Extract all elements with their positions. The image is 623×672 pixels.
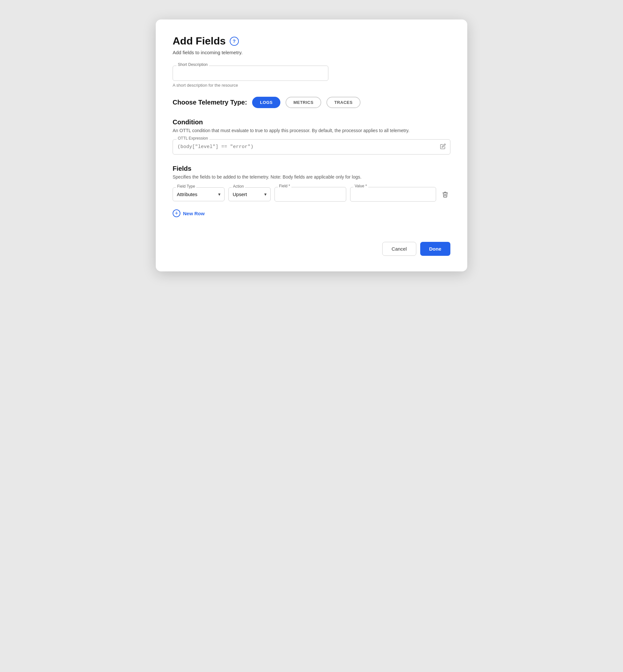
short-description-label: Short Description — [177, 62, 209, 67]
condition-description: An OTTL condition that must evaluate to … — [173, 127, 450, 134]
new-row-plus-icon: + — [173, 209, 180, 217]
value-input-wrapper: Value * — [350, 187, 436, 202]
new-row-label: New Row — [183, 211, 205, 216]
condition-section: Condition An OTTL condition that must ev… — [173, 118, 450, 155]
dialog-header: Add Fields ? — [173, 35, 450, 47]
field-input-label: Field * — [278, 184, 291, 188]
fields-section: Fields Specifies the fields to be added … — [173, 165, 450, 219]
field-type-label: Field Type — [176, 184, 196, 189]
field-text-input[interactable] — [274, 187, 346, 202]
field-input-wrapper: Field * — [274, 187, 346, 202]
help-icon[interactable]: ? — [230, 37, 239, 46]
fields-row: Field Type Attributes Resource Body ▼ Ac… — [173, 187, 450, 202]
telemetry-type-label: Choose Telemetry Type: — [173, 99, 247, 106]
delete-row-button[interactable] — [440, 189, 450, 200]
ottl-expression-input[interactable] — [173, 139, 450, 155]
add-fields-dialog: Add Fields ? Add fields to incoming tele… — [156, 20, 467, 271]
dialog-subtitle: Add fields to incoming telemetry. — [173, 50, 450, 55]
done-button[interactable]: Done — [420, 242, 451, 256]
telemetry-logs-button[interactable]: LOGS — [252, 97, 280, 108]
action-label: Action — [232, 184, 245, 189]
dialog-title: Add Fields — [173, 35, 226, 47]
telemetry-metrics-button[interactable]: METRICS — [286, 97, 321, 108]
telemetry-type-row: Choose Telemetry Type: LOGS METRICS TRAC… — [173, 97, 450, 108]
short-description-group: Short Description — [173, 65, 450, 81]
fields-heading: Fields — [173, 165, 450, 172]
value-text-input[interactable] — [350, 187, 436, 202]
cancel-button[interactable]: Cancel — [382, 242, 416, 256]
fields-description: Specifies the fields to be added to the … — [173, 174, 450, 180]
action-wrapper: Action Upsert Insert Update Delete ▼ — [229, 187, 271, 201]
short-description-input[interactable] — [173, 65, 328, 81]
ottl-expression-group: OTTL Expression — [173, 139, 450, 155]
condition-heading: Condition — [173, 118, 450, 126]
dialog-footer: Cancel Done — [173, 234, 450, 256]
telemetry-traces-button[interactable]: TRACES — [326, 97, 360, 108]
value-input-label: Value * — [353, 184, 368, 188]
ottl-expression-label: OTTL Expression — [177, 136, 209, 141]
short-description-hint: A short description for the resource — [173, 83, 450, 88]
action-select[interactable]: Upsert Insert Update Delete — [229, 187, 271, 201]
field-type-wrapper: Field Type Attributes Resource Body ▼ — [173, 187, 225, 201]
new-row-button[interactable]: + New Row — [173, 208, 205, 219]
edit-icon[interactable] — [440, 143, 446, 151]
field-type-select[interactable]: Attributes Resource Body — [173, 187, 225, 201]
